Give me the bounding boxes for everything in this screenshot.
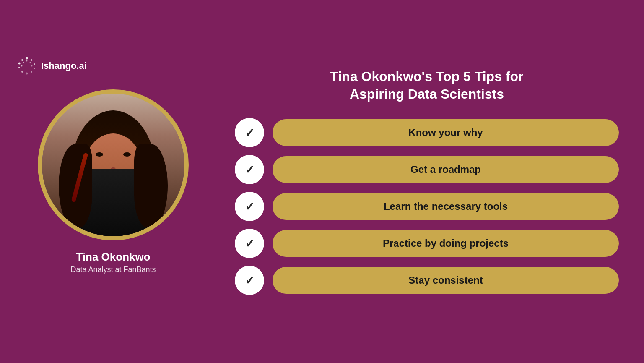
check-icon-5: ✓ [245,274,254,287]
svg-point-5 [31,71,32,73]
svg-point-7 [21,71,23,73]
svg-point-9 [18,62,21,64]
tip-label-2: Get a roadmap [273,156,619,183]
tip-label-4: Practice by doing projects [273,230,619,257]
svg-point-1 [26,57,28,59]
check-bubble-2: ✓ [235,155,264,184]
tip-row-1: ✓ Know your why [235,118,619,147]
svg-point-14 [23,62,24,63]
tip-label-1: Know your why [273,119,619,146]
check-icon-3: ✓ [245,200,254,214]
check-bubble-1: ✓ [235,118,264,147]
check-bubble-4: ✓ [235,229,264,258]
tip-row-3: ✓ Learn the necessary tools [235,192,619,221]
svg-point-8 [18,67,20,68]
check-bubble-5: ✓ [235,266,264,295]
tip-row-5: ✓ Stay consistent [235,266,619,295]
svg-point-11 [26,60,28,61]
tip-row-2: ✓ Get a roadmap [235,155,619,184]
svg-point-12 [30,62,31,63]
logo-text: Ishango.ai [41,60,87,71]
svg-point-10 [21,59,23,61]
logo-area: Ishango.ai [17,56,87,76]
tip-label-3: Learn the necessary tools [273,193,619,220]
check-bubble-3: ✓ [235,192,264,221]
svg-point-13 [31,65,33,66]
check-icon-1: ✓ [245,126,254,140]
person-name: Tina Okonkwo [70,251,156,264]
tip-label-5: Stay consistent [273,267,619,294]
right-panel: Tina Okonkwo's Top 5 Tips for Aspiring D… [201,68,619,295]
svg-point-4 [34,68,35,69]
tips-list: ✓ Know your why ✓ Get a roadmap ✓ Learn … [235,118,619,295]
main-title: Tina Okonkwo's Top 5 Tips for Aspiring D… [305,68,548,103]
logo-icon [17,56,37,76]
tip-row-4: ✓ Practice by doing projects [235,229,619,258]
person-title: Data Analyst at FanBants [70,265,156,274]
left-panel: Ishango.ai [25,89,201,274]
person-info: Tina Okonkwo Data Analyst at FanBants [70,251,156,274]
check-icon-2: ✓ [245,163,254,177]
svg-point-3 [34,63,35,65]
page-container: Ishango.ai [0,0,644,363]
svg-point-15 [21,65,23,66]
svg-point-2 [31,59,32,61]
profile-image [38,89,189,240]
svg-point-6 [26,72,28,74]
check-icon-4: ✓ [245,237,254,251]
